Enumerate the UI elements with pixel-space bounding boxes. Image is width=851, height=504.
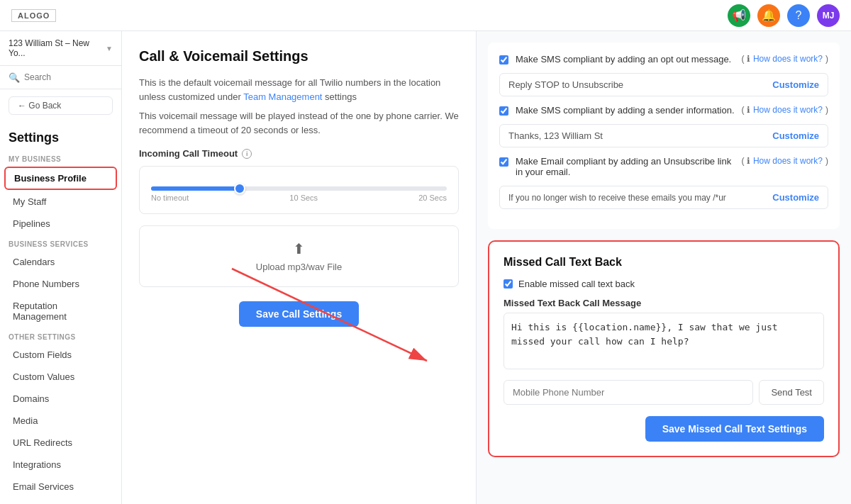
sidebar-item-custom-fields[interactable]: Custom Fields [4,345,117,365]
right-panel: Make SMS compliant by adding an opt out … [477,31,851,504]
timeout-10-label: 10 Secs [289,194,318,202]
sidebar-item-phone-numbers[interactable]: Phone Numbers [4,274,117,294]
how-does-it-work-link-2[interactable]: How does it work? [753,156,823,166]
compliance-section: Make SMS compliant by adding an opt out … [488,43,840,229]
customize-btn-2[interactable]: Customize [772,192,819,203]
sidebar-item-my-staff[interactable]: My Staff [4,191,117,212]
main-content: Call & Voicemail Settings This is the de… [122,31,851,504]
business-services-section-label: BUSINESS SERVICES [0,235,121,251]
logo: ALOGO [11,9,56,22]
timeout-fill [151,186,240,191]
incoming-call-timeout-label: Incoming Call Timeout i [139,148,459,159]
topbar: ALOGO 📢 🔔 ? MJ [0,0,851,31]
sms-compliance-item-0: Make SMS compliant by adding an opt out … [499,54,828,65]
phone-test-row: Send Test [504,380,824,405]
save-call-settings-button[interactable]: Save Call Settings [239,301,359,327]
missed-call-message-textarea[interactable]: Hi this is {{location.name}}, I saw that… [504,313,824,369]
sidebar-item-reputation-management[interactable]: Reputation Management [4,296,117,327]
user-avatar[interactable]: MJ [817,4,840,27]
chevron-down-icon: ▼ [106,45,113,52]
settings-title: Settings [0,122,121,150]
other-settings-section-label: OTHER SETTINGS [0,327,121,344]
mobile-phone-number-input[interactable] [504,380,753,405]
missed-call-message-label: Missed Text Back Call Message [504,298,824,308]
sms-compliance-right-2: ( ℹ How does it work? ) [742,156,828,166]
sms-compliance-input-row-1: Customize [499,124,828,147]
sidebar-item-domains[interactable]: Domains [4,388,117,409]
location-name: 123 William St – New Yo... [9,38,106,58]
save-missed-row: Save Missed Call Text Settings [504,416,824,442]
panel-desc-2: This voicemail message will be played in… [139,109,459,137]
upload-label: Upload mp3/wav File [256,262,342,272]
sms-compliance-checkbox-1[interactable] [499,106,508,116]
sidebar-item-pipelines[interactable]: Pipelines [4,213,117,234]
missed-call-enable-checkbox[interactable] [504,279,513,289]
search-bar: 🔍 ⌘K ⚡ [0,66,121,89]
sms-compliance-right-1: ( ℹ How does it work? ) [742,105,828,115]
timeout-20-label: 20 Secs [418,194,447,202]
topbar-icons: 📢 🔔 ? MJ [728,4,840,27]
megaphone-icon[interactable]: 📢 [728,4,750,27]
info-icon: i [242,149,252,159]
sidebar-item-custom-values[interactable]: Custom Values [4,366,117,387]
sms-compliance-input-2[interactable] [508,193,772,203]
team-management-link[interactable]: Team Management [243,91,322,102]
customize-btn-1[interactable]: Customize [772,130,819,141]
timeout-no-label: No timeout [151,194,189,202]
upload-area[interactable]: ⬆ Upload mp3/wav File [139,225,459,287]
sms-compliance-item-2: Make Email compliant by adding an Unsubs… [499,156,828,177]
missed-call-enable-label: Enable missed call text back [518,279,635,289]
search-input[interactable] [24,72,122,82]
layout: 123 William St – New Yo... ▼ 🔍 ⌘K ⚡ ← Go… [0,31,851,504]
how-does-it-work-link-1[interactable]: How does it work? [753,105,823,115]
sms-compliance-input-row-0: Customize [499,73,828,96]
upload-icon: ⬆ [154,240,444,257]
sms-compliance-input-0[interactable] [508,79,772,90]
my-business-section-label: MY BUSINESS [0,150,121,166]
sms-compliance-text-0: Make SMS compliant by adding an opt out … [516,54,735,65]
center-panel: Call & Voicemail Settings This is the de… [122,31,477,504]
go-back-button[interactable]: ← Go Back [9,96,113,115]
sidebar-item-calendars[interactable]: Calendars [4,252,117,272]
sms-compliance-checkbox-2[interactable] [499,157,508,167]
sms-compliance-text-2: Make Email compliant by adding an Unsubs… [516,156,735,177]
how-does-it-work-link-0[interactable]: How does it work? [753,54,823,64]
missed-call-section: Missed Call Text Back Enable missed call… [488,240,840,457]
missed-call-enable-row: Enable missed call text back [504,279,824,289]
missed-call-title: Missed Call Text Back [504,256,824,269]
sidebar-item-email-services[interactable]: Email Services [4,476,117,497]
timeout-labels: No timeout 10 Secs 20 Secs [151,194,447,202]
bell-icon[interactable]: 🔔 [757,4,780,27]
sms-compliance-input-row-2: Customize [499,186,828,209]
sidebar-item-conversation-providers[interactable]: Conversation Providers [4,498,117,504]
timeout-thumb[interactable] [234,183,245,194]
save-missed-call-text-settings-button[interactable]: Save Missed Call Text Settings [645,416,824,442]
sms-compliance-item-1: Make SMS compliant by adding a sender in… [499,105,828,116]
location-selector[interactable]: 123 William St – New Yo... ▼ [0,31,121,66]
customize-btn-0[interactable]: Customize [772,79,819,90]
panel-desc-1: This is the default voicemail message fo… [139,76,459,103]
help-icon[interactable]: ? [787,4,810,27]
timeout-slider-container: No timeout 10 Secs 20 Secs [139,166,459,214]
sidebar: 123 William St – New Yo... ▼ 🔍 ⌘K ⚡ ← Go… [0,31,122,504]
info-circle-icon-0: ( ℹ [742,54,750,64]
panel-title: Call & Voicemail Settings [139,48,459,65]
send-test-button[interactable]: Send Test [759,380,824,405]
timeout-track[interactable] [151,186,447,191]
sms-compliance-text-1: Make SMS compliant by adding a sender in… [516,105,735,116]
sidebar-item-business-profile[interactable]: Business Profile [4,167,117,190]
sms-compliance-right-0: ( ℹ How does it work? ) [742,54,828,64]
search-icon: 🔍 [9,72,20,83]
sidebar-item-media[interactable]: Media [4,410,117,431]
sidebar-item-integrations[interactable]: Integrations [4,454,117,475]
sms-compliance-input-1[interactable] [508,130,772,141]
sms-compliance-checkbox-0[interactable] [499,55,508,65]
sidebar-item-url-redirects[interactable]: URL Redirects [4,432,117,453]
